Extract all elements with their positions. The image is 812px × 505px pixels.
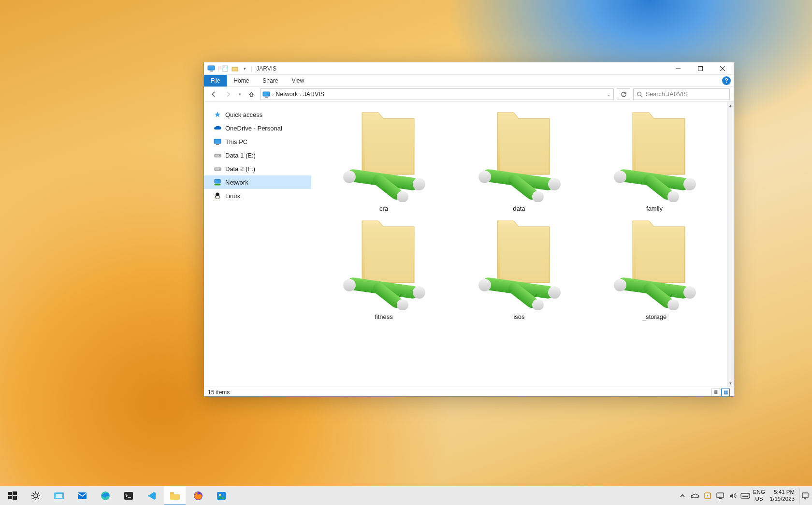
- network-share-cra[interactable]: cra: [316, 108, 451, 212]
- svg-line-39: [38, 492, 39, 493]
- network-icon: [214, 178, 221, 186]
- taskbar-vscode[interactable]: [141, 486, 162, 505]
- close-button[interactable]: [711, 62, 734, 75]
- svg-rect-20: [216, 144, 219, 145]
- network-share-isos[interactable]: isos: [451, 216, 587, 320]
- scroll-down-icon[interactable]: ▾: [729, 381, 732, 386]
- firefox-icon: [193, 491, 203, 501]
- properties-icon[interactable]: [221, 64, 230, 73]
- back-button[interactable]: [208, 88, 219, 100]
- items-view[interactable]: cra data family fitness: [311, 102, 734, 387]
- sidebar-item-label: Data 2 (F:): [225, 165, 255, 173]
- taskbar-mail[interactable]: [72, 486, 93, 505]
- tray-overflow-icon[interactable]: [678, 491, 687, 501]
- gear-icon: [30, 491, 41, 501]
- sidebar-item-label: This PC: [225, 138, 247, 145]
- refresh-button[interactable]: [617, 88, 630, 100]
- item-label: family: [646, 205, 663, 212]
- separator: |: [218, 65, 219, 72]
- taskbar-edge[interactable]: [95, 486, 116, 505]
- language-indicator[interactable]: ENG US: [753, 489, 765, 502]
- sidebar-item-onedrive[interactable]: OneDrive - Personal: [204, 121, 311, 135]
- network-folder-icon: [337, 108, 431, 202]
- security-tray-icon[interactable]: [703, 491, 712, 501]
- taskbar-settings[interactable]: [25, 486, 46, 505]
- up-button[interactable]: [246, 88, 257, 100]
- window-title: JARVIS: [256, 65, 276, 72]
- sidebar-item-linux[interactable]: Linux: [204, 189, 311, 202]
- taskbar-terminal[interactable]: [118, 486, 139, 505]
- svg-rect-46: [170, 492, 174, 493]
- clock[interactable]: 5:41 PM 1/19/2023: [770, 489, 795, 502]
- svg-rect-31: [13, 496, 17, 500]
- volume-icon[interactable]: [728, 491, 738, 501]
- details-view-button[interactable]: ≣: [711, 389, 720, 396]
- taskbar-file-explorer[interactable]: [164, 486, 186, 505]
- item-label: cra: [379, 205, 388, 212]
- maximize-button[interactable]: [689, 62, 711, 75]
- onedrive-tray-icon[interactable]: [690, 491, 700, 501]
- recent-locations-button[interactable]: ▾: [237, 88, 243, 100]
- network-share-storage[interactable]: _storage: [587, 216, 722, 320]
- taskbar-left: [0, 486, 232, 505]
- taskbar: ENG US 5:41 PM 1/19/2023: [0, 486, 812, 505]
- tab-share[interactable]: Share: [256, 75, 285, 87]
- svg-line-37: [33, 492, 34, 493]
- svg-rect-16: [265, 97, 268, 98]
- sidebar-item-data2[interactable]: Data 2 (F:): [204, 162, 311, 175]
- svg-rect-45: [124, 492, 133, 500]
- help-button[interactable]: ?: [722, 76, 731, 85]
- sidebar-item-network[interactable]: Network: [204, 175, 311, 189]
- chevron-right-icon[interactable]: ›: [272, 92, 274, 97]
- network-folder-icon: [337, 216, 431, 310]
- breadcrumb-network[interactable]: Network: [276, 91, 298, 98]
- address-bar[interactable]: › Network › JARVIS ⌄: [260, 88, 614, 100]
- address-history-icon[interactable]: ⌄: [607, 92, 610, 97]
- thumbnails-view-button[interactable]: ▦: [721, 389, 730, 396]
- minimize-button[interactable]: [667, 62, 689, 75]
- taskbar-firefox[interactable]: [188, 486, 209, 505]
- sidebar-item-quick-access[interactable]: Quick access: [204, 108, 311, 121]
- search-box[interactable]: Search JARVIS: [633, 88, 730, 100]
- breadcrumb-jarvis[interactable]: JARVIS: [304, 91, 325, 98]
- network-share-data[interactable]: data: [451, 108, 587, 212]
- scroll-up-icon[interactable]: ▴: [729, 103, 732, 108]
- forward-button[interactable]: [222, 88, 234, 100]
- windows-icon: [7, 491, 18, 501]
- sidebar-item-label: OneDrive - Personal: [225, 125, 282, 132]
- system-tray: ENG US 5:41 PM 1/19/2023: [678, 488, 812, 504]
- search-placeholder: Search JARVIS: [646, 91, 688, 98]
- new-folder-icon[interactable]: [231, 64, 239, 73]
- network-share-family[interactable]: family: [587, 108, 722, 212]
- svg-point-22: [219, 155, 220, 156]
- terminal-icon: [123, 491, 134, 501]
- sidebar-item-label: Linux: [225, 192, 240, 200]
- sidebar-item-this-pc[interactable]: This PC: [204, 135, 311, 148]
- language-primary: ENG: [753, 489, 765, 495]
- notifications-button[interactable]: [799, 488, 810, 504]
- sidebar-item-data1[interactable]: Data 1 (E:): [204, 148, 311, 162]
- explorer-body: Quick access OneDrive - Personal This PC…: [204, 102, 734, 387]
- tab-file[interactable]: File: [204, 75, 227, 87]
- status-item-count: 15 items: [208, 389, 230, 396]
- vertical-scrollbar[interactable]: ▴ ▾: [727, 102, 734, 387]
- item-label: data: [513, 205, 525, 212]
- tab-home[interactable]: Home: [227, 75, 256, 87]
- vscode-icon: [146, 491, 157, 501]
- network-share-fitness[interactable]: fitness: [316, 216, 451, 320]
- chevron-right-icon[interactable]: ›: [300, 92, 301, 97]
- edge-icon: [100, 491, 111, 501]
- qat-dropdown-icon[interactable]: ▾: [240, 64, 249, 73]
- computer-icon: [207, 64, 216, 73]
- start-button[interactable]: [2, 486, 23, 505]
- linux-icon: [214, 192, 221, 200]
- svg-rect-7: [223, 66, 228, 72]
- items-grid: cra data family fitness: [311, 102, 734, 326]
- vm-tray-icon[interactable]: [715, 491, 725, 501]
- svg-rect-28: [8, 492, 12, 495]
- taskbar-photos[interactable]: [211, 486, 232, 505]
- keyboard-icon[interactable]: [740, 491, 750, 501]
- taskbar-task-view[interactable]: [48, 486, 70, 505]
- tab-view[interactable]: View: [285, 75, 311, 87]
- svg-point-24: [219, 169, 220, 170]
